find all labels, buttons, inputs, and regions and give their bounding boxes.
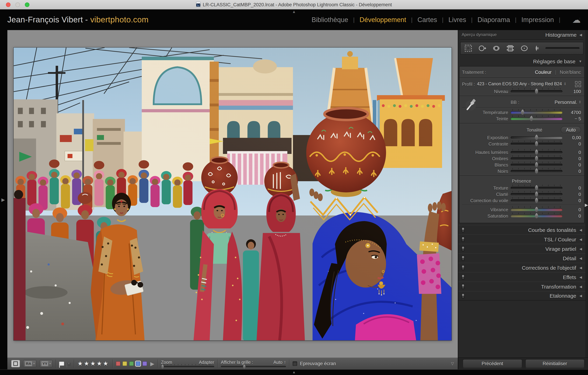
module-livres[interactable]: Livres xyxy=(448,16,467,24)
collapse-triangle-icon[interactable]: ◀ xyxy=(579,266,582,270)
soft-proofing-checkbox[interactable] xyxy=(293,361,297,366)
blacks-value[interactable]: 0 xyxy=(565,168,581,174)
shadows-slider[interactable] xyxy=(511,157,562,160)
highlights-slider[interactable] xyxy=(511,151,562,153)
whites-slider[interactable] xyxy=(511,163,562,166)
slideshow-play-icon[interactable]: ▶ xyxy=(150,360,154,367)
toolbar-options-icon[interactable]: ▽ xyxy=(451,361,454,366)
flag-pick-icon[interactable] xyxy=(59,362,64,365)
color-label-purple[interactable] xyxy=(143,361,147,366)
saturation-slider[interactable] xyxy=(511,215,562,217)
smart-preview-status[interactable]: Aperçu dynamique xyxy=(462,32,497,37)
split-view-button[interactable]: YY▾ xyxy=(40,360,52,367)
grid-slider-thumb[interactable] xyxy=(242,364,246,369)
clarity-value[interactable]: 0 xyxy=(565,192,581,197)
grid-mode-select[interactable]: Auto▲▼ xyxy=(273,360,286,365)
stepper-icon[interactable]: ▲▼ xyxy=(564,82,566,86)
contrast-value[interactable]: 0 xyxy=(565,141,581,146)
collapse-triangle-icon[interactable]: ◀ xyxy=(579,33,582,37)
panel-switch-icon[interactable] xyxy=(462,237,464,242)
blacks-slider-thumb[interactable] xyxy=(534,168,539,174)
contrast-slider-thumb[interactable] xyxy=(534,141,539,146)
transform-panel-header[interactable]: Transformation ◀ xyxy=(458,282,586,291)
crop-overlay-icon[interactable] xyxy=(464,44,472,52)
collapse-triangle-icon[interactable]: ◀ xyxy=(579,228,582,232)
minimize-window-button[interactable] xyxy=(15,2,20,7)
zoom-slider[interactable] xyxy=(161,366,214,367)
expand-filmstrip-icon[interactable]: ▲ xyxy=(292,370,296,374)
texture-value[interactable]: 0 xyxy=(565,185,581,191)
effects-panel-header[interactable]: Effets ◀ xyxy=(458,272,586,282)
calibration-panel-header[interactable]: Etalonnage ◀ xyxy=(458,291,586,301)
detail-panel-header[interactable]: Détail ◀ xyxy=(458,253,586,263)
before-after-view-button[interactable]: RA▾ xyxy=(23,360,36,367)
graduated-filter-icon[interactable] xyxy=(506,44,514,52)
treatment-couleur-button[interactable]: Couleur xyxy=(535,70,552,75)
zoom-slider-thumb[interactable] xyxy=(161,364,164,369)
flag-reject-icon[interactable]: ✕ xyxy=(66,363,71,366)
wb-preset-select[interactable]: Personnal. ▲▼ xyxy=(555,100,581,105)
tone-curve-panel-header[interactable]: Courbe des tonalités ◀ xyxy=(458,225,586,234)
collapse-triangle-icon[interactable]: ◀ xyxy=(579,237,582,241)
dehaze-slider-thumb[interactable] xyxy=(534,197,539,203)
saturation-value[interactable]: 0 xyxy=(565,213,581,218)
amount-slider[interactable] xyxy=(511,90,562,92)
color-label-red[interactable] xyxy=(116,361,121,366)
dehaze-slider[interactable] xyxy=(511,199,562,202)
loupe-view-button[interactable] xyxy=(11,360,20,367)
vibrance-value[interactable]: 0 xyxy=(565,207,581,212)
module-diaporama[interactable]: Diaporama xyxy=(477,16,511,24)
panel-scroll-area[interactable]: Aperçu dynamique Histogramme ◀ xyxy=(458,30,588,357)
radial-filter-icon[interactable] xyxy=(520,44,528,52)
temperature-value[interactable]: 4700 xyxy=(565,110,581,115)
auto-tone-button[interactable]: Auto xyxy=(561,126,581,133)
collapse-triangle-icon[interactable]: ◀ xyxy=(579,275,582,279)
zoom-window-button[interactable] xyxy=(25,2,29,7)
red-eye-icon[interactable] xyxy=(492,44,501,52)
stepper-icon[interactable]: ▲▼ xyxy=(284,360,286,364)
vibrance-slider[interactable] xyxy=(511,208,562,211)
hsl-color-panel-header[interactable]: TSL / Couleur ◀ xyxy=(458,234,586,244)
expand-left-panel-icon[interactable]: ▶ xyxy=(1,197,5,202)
vibrance-slider-thumb[interactable] xyxy=(534,207,539,212)
panel-switch-icon[interactable] xyxy=(462,284,464,289)
whites-slider-thumb[interactable] xyxy=(534,162,539,167)
tint-slider[interactable] xyxy=(511,117,562,120)
chevron-down-icon[interactable]: ▾ xyxy=(49,362,51,365)
module-bibliotheque[interactable]: Bibliothèque xyxy=(311,16,349,24)
color-label-green[interactable] xyxy=(129,361,134,366)
panel-switch-icon[interactable] xyxy=(462,275,464,280)
collapse-right-panel-icon[interactable]: ▶ xyxy=(585,203,588,207)
identity-plate[interactable]: Jean-François Vibert - vibertphoto.com xyxy=(7,15,148,24)
amount-value[interactable]: 100 xyxy=(565,89,581,94)
collapse-triangle-icon[interactable]: ◀ xyxy=(579,256,582,260)
color-label-yellow[interactable] xyxy=(123,361,127,366)
temperature-slider[interactable] xyxy=(511,111,562,113)
collapse-triangle-icon[interactable]: ◀ xyxy=(579,247,582,251)
sync-cloud-icon[interactable]: ☁! xyxy=(572,16,581,24)
grid-size-slider[interactable] xyxy=(221,366,286,367)
expand-triangle-icon[interactable]: ▼ xyxy=(578,60,582,63)
histogram-header[interactable]: Aperçu dynamique Histogramme ◀ xyxy=(458,30,586,39)
whites-value[interactable]: 0 xyxy=(565,162,581,167)
blacks-slider[interactable] xyxy=(511,170,562,172)
collapse-triangle-icon[interactable]: ◀ xyxy=(579,294,582,298)
clarity-slider[interactable] xyxy=(511,193,562,195)
module-impression[interactable]: Impression xyxy=(521,16,555,24)
left-panel-collapsed-strip[interactable]: ▶ xyxy=(0,30,7,369)
close-window-button[interactable] xyxy=(6,2,10,7)
panel-switch-icon[interactable] xyxy=(462,256,464,261)
color-label-blue[interactable] xyxy=(136,361,140,366)
collapse-triangle-icon[interactable]: ◀ xyxy=(579,284,582,288)
lens-corrections-panel-header[interactable]: Corrections de l'objectif ◀ xyxy=(458,263,586,272)
exposure-value[interactable]: 0,00 xyxy=(565,135,581,140)
shadows-value[interactable]: 0 xyxy=(565,156,581,161)
panel-switch-icon[interactable] xyxy=(462,265,464,270)
profile-browser-icon[interactable] xyxy=(575,81,581,87)
chevron-down-icon[interactable]: ▾ xyxy=(33,362,35,365)
texture-slider-thumb[interactable] xyxy=(534,185,539,191)
stepper-icon[interactable]: ▲▼ xyxy=(579,100,581,104)
basic-panel-header[interactable]: Réglages de base ▼ xyxy=(458,57,586,66)
amount-slider-thumb[interactable] xyxy=(534,88,539,94)
saturation-slider-thumb[interactable] xyxy=(534,213,539,218)
